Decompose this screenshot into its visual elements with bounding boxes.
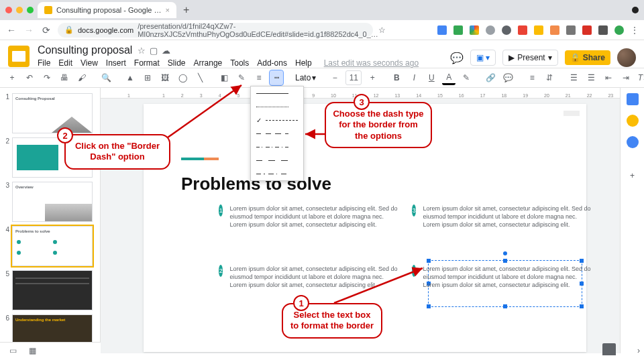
slide-thumb-1[interactable]: Consulting Proposal <box>12 93 93 133</box>
slide-thumb-5[interactable] <box>12 270 93 310</box>
menu-help[interactable]: Help <box>295 58 312 68</box>
browser-profile-icon[interactable] <box>632 7 639 13</box>
calendar-icon[interactable] <box>627 93 639 105</box>
tab-close-icon[interactable]: × <box>166 6 170 14</box>
slide-thumb-4[interactable]: Problems to solve <box>12 226 93 266</box>
text-color-button[interactable]: A <box>442 70 455 85</box>
ext-icon[interactable] <box>566 25 576 35</box>
star-doc-icon[interactable]: ☆ <box>138 46 146 56</box>
menu-insert[interactable]: Insert <box>106 58 126 68</box>
window-max-dot[interactable] <box>27 7 34 13</box>
doc-title[interactable]: Consulting proposal <box>38 44 132 56</box>
menu-addons[interactable]: Add-ons <box>257 58 287 68</box>
ext-icon[interactable] <box>614 25 624 35</box>
zoom-button[interactable]: 🔍 <box>99 70 113 85</box>
ext-icon[interactable] <box>486 25 495 35</box>
border-dash-dropdown[interactable]: ✓ <box>250 86 304 181</box>
print-button[interactable]: 🖶 <box>58 70 71 85</box>
underline-button[interactable]: U <box>425 70 438 85</box>
paragraph-text[interactable]: Lorem ipsum dolor sit amet, consectetur … <box>423 204 593 229</box>
font-family-select[interactable]: Lato ▾ <box>294 73 317 82</box>
content-block-4[interactable]: 4 Lorem ipsum dolor sit amet, consectetu… <box>412 265 593 289</box>
undo-button[interactable]: ↶ <box>23 70 36 85</box>
border-weight-button[interactable]: ≡ <box>252 70 266 85</box>
ext-icon[interactable] <box>470 25 479 35</box>
browser-tab[interactable]: Consulting proposal - Google … × <box>38 2 176 18</box>
paragraph-text[interactable]: Lorem ipsum dolor sit amet, consectetur … <box>229 204 400 229</box>
address-bar[interactable]: 🔒 docs.google.com /presentation/d/1fnil2… <box>58 23 373 38</box>
star-icon[interactable]: ☆ <box>378 25 386 35</box>
clear-format-button[interactable]: T✕ <box>637 70 644 85</box>
fontsize-inc[interactable]: + <box>366 70 379 85</box>
ext-icon[interactable] <box>518 25 527 35</box>
redo-button[interactable]: ↷ <box>40 70 54 85</box>
dash-option-dashed-short[interactable]: ✓ <box>251 113 303 127</box>
filmstrip-view-icon[interactable]: ▭ <box>9 346 17 355</box>
hscroll-right-icon[interactable]: › <box>637 346 640 355</box>
content-block-3[interactable]: 3 Lorem ipsum dolor sit amet, consectetu… <box>412 204 593 229</box>
ext-icon[interactable] <box>534 25 543 35</box>
border-dash-button[interactable]: ┅ <box>270 70 283 85</box>
menu-tools[interactable]: Tools <box>230 58 249 68</box>
border-color-button[interactable]: ✎ <box>235 70 248 85</box>
menu-arrange[interactable]: Arrange <box>194 58 223 68</box>
reload-button[interactable]: ⟳ <box>40 25 52 36</box>
bulleted-list-button[interactable]: ☰ <box>567 70 580 85</box>
content-block-2[interactable]: 2 Lorem ipsum dolor sit amet, consectetu… <box>219 265 400 289</box>
ext-icon[interactable] <box>453 25 463 35</box>
new-tab-button[interactable]: + <box>180 4 192 16</box>
fontsize-dec[interactable]: − <box>328 70 341 85</box>
dash-option-dotted[interactable] <box>251 100 303 113</box>
highlight-button[interactable]: ✎ <box>460 70 473 85</box>
link-button[interactable]: 🔗 <box>484 70 497 85</box>
ext-icon[interactable] <box>437 25 447 35</box>
ext-icon[interactable] <box>550 25 559 35</box>
new-slide-button[interactable]: + <box>5 70 19 85</box>
comments-icon[interactable]: 💬 <box>450 52 464 64</box>
speaker-notes-toggle[interactable] <box>602 343 616 355</box>
dash-option-dash-long-wide[interactable] <box>251 154 303 167</box>
ext-icon[interactable] <box>598 25 608 35</box>
menu-format[interactable]: Format <box>134 58 160 68</box>
paragraph-text[interactable]: Lorem ipsum dolor sit amet, consectetur … <box>423 265 593 289</box>
numbered-list-button[interactable]: ☰ <box>584 70 598 85</box>
sidepanel-add-icon[interactable]: + <box>630 171 635 180</box>
dash-option-dash-dot-wide[interactable] <box>251 167 303 180</box>
slide-thumb-3[interactable]: Overview <box>12 182 93 222</box>
indent-dec-button[interactable]: ⇤ <box>602 70 615 85</box>
menu-edit[interactable]: Edit <box>58 58 72 68</box>
bold-button[interactable]: B <box>390 70 403 85</box>
italic-button[interactable]: I <box>407 70 421 85</box>
share-button[interactable]: 🔒 Share <box>565 50 610 65</box>
menu-slide[interactable]: Slide <box>168 58 186 68</box>
paint-format-button[interactable]: 🖌 <box>75 70 89 85</box>
dash-option-solid[interactable] <box>251 86 303 100</box>
line-spacing-button[interactable]: ⇵ <box>543 70 556 85</box>
forward-button[interactable]: → <box>23 25 35 36</box>
tasks-icon[interactable] <box>627 136 639 148</box>
shape-tool[interactable]: ◯ <box>176 70 189 85</box>
align-button[interactable]: ≡ <box>525 70 539 85</box>
line-tool[interactable]: ╲ <box>193 70 207 85</box>
indent-inc-button[interactable]: ⇥ <box>619 70 633 85</box>
account-avatar[interactable] <box>617 48 636 67</box>
image-tool[interactable]: 🖼 <box>158 70 172 85</box>
window-min-dot[interactable] <box>16 7 23 13</box>
slide-panel[interactable]: 1 Consulting Proposal 2 3 Overview 4 Pro… <box>0 88 101 353</box>
comment-button[interactable]: 💬 <box>501 70 515 85</box>
fill-color-button[interactable]: ◧ <box>217 70 231 85</box>
textbox-tool[interactable]: ⊞ <box>141 70 154 85</box>
keep-icon[interactable] <box>627 115 639 127</box>
present-button[interactable]: ▶ Present ▾ <box>502 50 557 66</box>
ext-icon[interactable] <box>502 25 511 35</box>
select-tool[interactable]: ▲ <box>123 70 137 85</box>
menu-file[interactable]: File <box>38 58 50 68</box>
menu-view[interactable]: View <box>80 58 98 68</box>
window-close-dot[interactable] <box>5 7 12 13</box>
ext-icon[interactable] <box>582 25 592 35</box>
move-doc-icon[interactable]: ▢ <box>150 46 158 56</box>
paragraph-text[interactable]: Lorem ipsum dolor sit amet, consectetur … <box>229 265 400 289</box>
slides-logo-icon[interactable] <box>8 46 30 67</box>
cloud-status-icon[interactable]: ☁ <box>162 46 170 56</box>
dash-option-dashed-long[interactable] <box>251 127 303 140</box>
